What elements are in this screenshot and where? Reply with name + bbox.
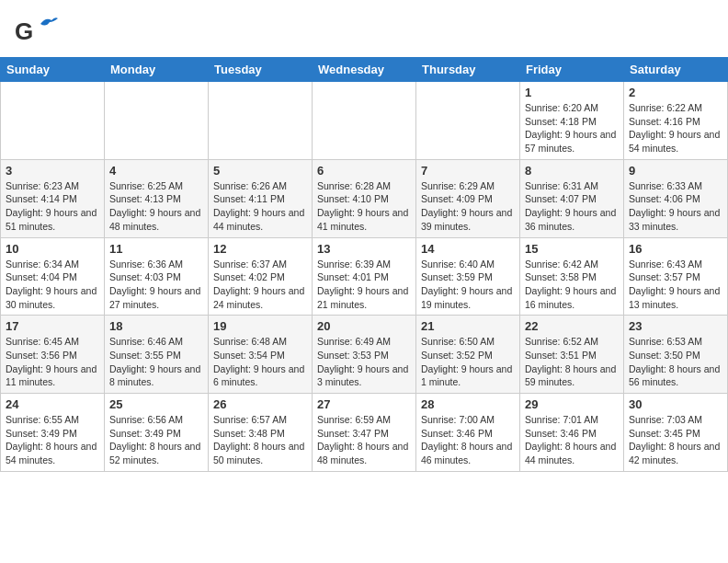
- day-number: 7: [421, 164, 515, 178]
- day-info: Sunrise: 6:59 AM Sunset: 3:47 PM Dayligh…: [317, 413, 411, 467]
- calendar-cell: 3Sunrise: 6:23 AM Sunset: 4:14 PM Daylig…: [1, 159, 105, 237]
- calendar-cell: 8Sunrise: 6:31 AM Sunset: 4:07 PM Daylig…: [520, 159, 624, 237]
- calendar-cell: 13Sunrise: 6:39 AM Sunset: 4:01 PM Dayli…: [313, 237, 416, 316]
- calendar-header-friday: Friday: [520, 58, 624, 82]
- day-info: Sunrise: 6:28 AM Sunset: 4:10 PM Dayligh…: [317, 179, 411, 234]
- calendar-cell: 6Sunrise: 6:28 AM Sunset: 4:10 PM Daylig…: [313, 159, 416, 237]
- calendar-table: SundayMondayTuesdayWednesdayThursdayFrid…: [0, 57, 728, 472]
- day-info: Sunrise: 6:55 AM Sunset: 3:49 PM Dayligh…: [6, 413, 99, 467]
- day-number: 2: [629, 86, 722, 99]
- day-info: Sunrise: 6:22 AM Sunset: 4:16 PM Dayligh…: [629, 101, 722, 155]
- calendar-cell: 17Sunrise: 6:45 AM Sunset: 3:56 PM Dayli…: [1, 316, 105, 394]
- day-number: 13: [317, 242, 411, 256]
- day-info: Sunrise: 6:26 AM Sunset: 4:11 PM Dayligh…: [213, 179, 307, 234]
- calendar-cell: 11Sunrise: 6:36 AM Sunset: 4:03 PM Dayli…: [105, 237, 209, 316]
- calendar-cell: 24Sunrise: 6:55 AM Sunset: 3:49 PM Dayli…: [1, 394, 105, 472]
- day-number: 21: [421, 319, 515, 333]
- calendar-header-tuesday: Tuesday: [209, 58, 313, 82]
- day-number: 19: [213, 319, 307, 333]
- calendar-cell: 22Sunrise: 6:52 AM Sunset: 3:51 PM Dayli…: [520, 316, 624, 394]
- calendar-cell: [105, 82, 209, 160]
- day-number: 17: [6, 319, 99, 333]
- calendar-cell: 12Sunrise: 6:37 AM Sunset: 4:02 PM Dayli…: [209, 237, 313, 316]
- day-info: Sunrise: 7:01 AM Sunset: 3:46 PM Dayligh…: [525, 413, 619, 467]
- logo: G: [15, 13, 59, 50]
- day-info: Sunrise: 6:43 AM Sunset: 3:57 PM Dayligh…: [629, 258, 722, 312]
- day-info: Sunrise: 6:46 AM Sunset: 3:55 PM Dayligh…: [109, 335, 203, 389]
- calendar-cell: 26Sunrise: 6:57 AM Sunset: 3:48 PM Dayli…: [209, 394, 313, 472]
- day-number: 30: [629, 397, 722, 411]
- day-number: 9: [629, 164, 722, 178]
- day-info: Sunrise: 6:37 AM Sunset: 4:02 PM Dayligh…: [213, 258, 307, 312]
- calendar-cell: 7Sunrise: 6:29 AM Sunset: 4:09 PM Daylig…: [416, 159, 520, 237]
- calendar-cell: 1Sunrise: 6:20 AM Sunset: 4:18 PM Daylig…: [520, 82, 624, 160]
- day-info: Sunrise: 6:25 AM Sunset: 4:13 PM Dayligh…: [109, 179, 203, 234]
- calendar-cell: 29Sunrise: 7:01 AM Sunset: 3:46 PM Dayli…: [520, 394, 624, 472]
- calendar-cell: 9Sunrise: 6:33 AM Sunset: 4:06 PM Daylig…: [624, 159, 728, 237]
- calendar-header-monday: Monday: [105, 58, 209, 82]
- day-number: 4: [109, 164, 203, 178]
- day-info: Sunrise: 6:33 AM Sunset: 4:06 PM Dayligh…: [629, 179, 722, 234]
- day-info: Sunrise: 6:57 AM Sunset: 3:48 PM Dayligh…: [213, 413, 307, 467]
- calendar-cell: [416, 82, 520, 160]
- day-number: 3: [6, 164, 99, 178]
- day-number: 1: [525, 86, 619, 99]
- day-info: Sunrise: 6:52 AM Sunset: 3:51 PM Dayligh…: [525, 335, 619, 389]
- day-number: 6: [317, 164, 411, 178]
- day-info: Sunrise: 6:50 AM Sunset: 3:52 PM Dayligh…: [421, 335, 515, 389]
- day-number: 29: [525, 397, 619, 411]
- day-info: Sunrise: 6:36 AM Sunset: 4:03 PM Dayligh…: [109, 258, 203, 312]
- day-number: 24: [6, 397, 99, 411]
- day-number: 10: [6, 242, 99, 256]
- day-number: 11: [109, 242, 203, 256]
- day-info: Sunrise: 6:56 AM Sunset: 3:49 PM Dayligh…: [109, 413, 203, 467]
- day-number: 15: [525, 242, 619, 256]
- day-info: Sunrise: 6:29 AM Sunset: 4:09 PM Dayligh…: [421, 179, 515, 234]
- calendar-cell: 5Sunrise: 6:26 AM Sunset: 4:11 PM Daylig…: [209, 159, 313, 237]
- calendar-cell: 14Sunrise: 6:40 AM Sunset: 3:59 PM Dayli…: [416, 237, 520, 316]
- day-info: Sunrise: 6:23 AM Sunset: 4:14 PM Dayligh…: [6, 179, 99, 234]
- day-info: Sunrise: 6:39 AM Sunset: 4:01 PM Dayligh…: [317, 258, 411, 312]
- day-info: Sunrise: 6:31 AM Sunset: 4:07 PM Dayligh…: [525, 179, 619, 234]
- day-info: Sunrise: 6:34 AM Sunset: 4:04 PM Dayligh…: [6, 258, 99, 312]
- day-number: 22: [525, 319, 619, 333]
- calendar-header-sunday: Sunday: [1, 58, 105, 82]
- day-info: Sunrise: 7:00 AM Sunset: 3:46 PM Dayligh…: [421, 413, 515, 467]
- logo-general-g: G: [15, 19, 33, 43]
- calendar-cell: [209, 82, 313, 160]
- day-number: 18: [109, 319, 203, 333]
- calendar-cell: 18Sunrise: 6:46 AM Sunset: 3:55 PM Dayli…: [105, 316, 209, 394]
- day-number: 20: [317, 319, 411, 333]
- calendar-cell: 16Sunrise: 6:43 AM Sunset: 3:57 PM Dayli…: [624, 237, 728, 316]
- day-info: Sunrise: 6:42 AM Sunset: 3:58 PM Dayligh…: [525, 258, 619, 312]
- calendar-cell: 20Sunrise: 6:49 AM Sunset: 3:53 PM Dayli…: [313, 316, 416, 394]
- day-info: Sunrise: 6:48 AM Sunset: 3:54 PM Dayligh…: [213, 335, 307, 389]
- day-info: Sunrise: 6:20 AM Sunset: 4:18 PM Dayligh…: [525, 101, 619, 155]
- day-number: 27: [317, 397, 411, 411]
- calendar-header-thursday: Thursday: [416, 58, 520, 82]
- calendar-cell: 23Sunrise: 6:53 AM Sunset: 3:50 PM Dayli…: [624, 316, 728, 394]
- calendar-cell: 15Sunrise: 6:42 AM Sunset: 3:58 PM Dayli…: [520, 237, 624, 316]
- day-number: 14: [421, 242, 515, 256]
- logo-bird-icon: [39, 15, 59, 31]
- calendar-cell: 10Sunrise: 6:34 AM Sunset: 4:04 PM Dayli…: [1, 237, 105, 316]
- calendar-cell: [313, 82, 416, 160]
- calendar-cell: 28Sunrise: 7:00 AM Sunset: 3:46 PM Dayli…: [416, 394, 520, 472]
- day-number: 25: [109, 397, 203, 411]
- day-number: 12: [213, 242, 307, 256]
- calendar-cell: 25Sunrise: 6:56 AM Sunset: 3:49 PM Dayli…: [105, 394, 209, 472]
- day-number: 16: [629, 242, 722, 256]
- day-number: 23: [629, 319, 722, 333]
- day-number: 8: [525, 164, 619, 178]
- day-info: Sunrise: 7:03 AM Sunset: 3:45 PM Dayligh…: [629, 413, 722, 467]
- day-number: 5: [213, 164, 307, 178]
- calendar-cell: 21Sunrise: 6:50 AM Sunset: 3:52 PM Dayli…: [416, 316, 520, 394]
- calendar-cell: 27Sunrise: 6:59 AM Sunset: 3:47 PM Dayli…: [313, 394, 416, 472]
- day-number: 28: [421, 397, 515, 411]
- day-info: Sunrise: 6:40 AM Sunset: 3:59 PM Dayligh…: [421, 258, 515, 312]
- calendar-cell: [1, 82, 105, 160]
- calendar-cell: 30Sunrise: 7:03 AM Sunset: 3:45 PM Dayli…: [624, 394, 728, 472]
- calendar-cell: 4Sunrise: 6:25 AM Sunset: 4:13 PM Daylig…: [105, 159, 209, 237]
- day-info: Sunrise: 6:45 AM Sunset: 3:56 PM Dayligh…: [6, 335, 99, 389]
- day-info: Sunrise: 6:49 AM Sunset: 3:53 PM Dayligh…: [317, 335, 411, 389]
